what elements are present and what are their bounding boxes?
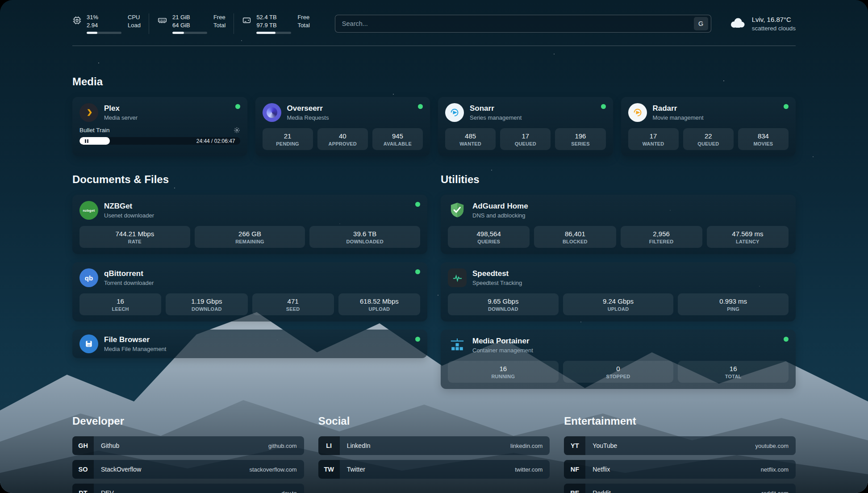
bookmark-abbr: DT	[72, 484, 94, 493]
adguard-icon	[448, 201, 467, 220]
media-section: Media Plex Media server	[72, 75, 796, 156]
playback-time: 24:44 / 02:06:47	[196, 138, 235, 144]
stat-available: 945 AVAILABLE	[372, 128, 423, 150]
now-playing-title: Bullet Train	[79, 127, 110, 134]
adguard-card[interactable]: AdGuard Home DNS and adblocking 498,564 …	[441, 195, 796, 254]
bookmark-abbr: GH	[72, 436, 94, 455]
memory-total-label: Total	[213, 21, 225, 29]
utilities-section: Utilities AdGuard Home	[441, 173, 796, 389]
documents-section: Documents & Files nzbget NZBGet Usenet d…	[72, 173, 427, 358]
app-name: Overseerr	[287, 104, 329, 113]
stat-running: 16 RUNNING	[448, 361, 559, 383]
memory-total-value: 64 GiB	[172, 21, 207, 29]
gear-icon[interactable]	[234, 127, 240, 134]
cpu-load-label: Load	[128, 21, 141, 29]
documents-section-title: Documents & Files	[72, 173, 427, 186]
system-stats: 31% 2.94 CPU Load	[72, 13, 318, 34]
app-name: AdGuard Home	[472, 202, 528, 211]
developer-section-title: Developer	[72, 415, 304, 427]
status-dot	[415, 337, 420, 342]
social-section-title: Social	[318, 415, 550, 427]
plex-card[interactable]: Plex Media server Bullet Train	[72, 97, 247, 156]
bookmark-netflix[interactable]: NF Netflix netflix.com	[564, 460, 796, 479]
stat-queued: 17 QUEUED	[500, 128, 551, 150]
media-section-title: Media	[72, 75, 796, 88]
bookmark-name: Github	[101, 442, 119, 449]
overseerr-card[interactable]: Overseerr Media Requests 21 PENDING 40 A…	[255, 97, 430, 156]
stat-approved: 40 APPROVED	[317, 128, 368, 150]
bookmark-abbr: TW	[318, 460, 340, 479]
bookmark-twitter[interactable]: TW Twitter twitter.com	[318, 460, 550, 479]
memory-progress-bar	[172, 32, 207, 34]
pause-icon[interactable]	[85, 139, 86, 143]
bookmark-dev[interactable]: DT DEV dev.to	[72, 484, 304, 493]
stat-pending: 21 PENDING	[263, 128, 313, 150]
bookmark-abbr: SO	[72, 460, 94, 479]
stat-series: 196 SERIES	[555, 128, 605, 150]
bookmark-url: dev.to	[281, 490, 296, 493]
cpu-widget: 31% 2.94 CPU Load	[72, 13, 149, 34]
sonarr-card[interactable]: Sonarr Series management 485 WANTED 17 Q…	[438, 97, 613, 156]
qbittorrent-icon: qb	[79, 268, 98, 287]
app-subtitle: Torrent downloader	[104, 280, 154, 286]
app-subtitle: DNS and adblocking	[472, 212, 528, 219]
search-bar[interactable]: G	[335, 15, 711, 33]
stat-total: 16 TOTAL	[678, 361, 789, 383]
bookmark-url: github.com	[268, 443, 297, 449]
app-subtitle: Container management	[472, 347, 533, 354]
stat-download: 1.19 Gbps DOWNLOAD	[166, 293, 247, 315]
radarr-card[interactable]: Radarr Movie management 17 WANTED 22 QUE…	[621, 97, 796, 156]
storage-total-value: 97.9 TB	[256, 21, 291, 29]
memory-free-label: Free	[213, 13, 225, 21]
search-engine-button[interactable]: G	[694, 17, 708, 30]
status-dot	[418, 104, 423, 109]
developer-section: Developer GH Github github.com SO StackO…	[72, 415, 304, 493]
playback-progress-bar[interactable]: 24:44 / 02:06:47	[79, 137, 240, 145]
app-subtitle: Usenet downloader	[104, 212, 154, 219]
speedtest-card[interactable]: Speedtest Speedtest Tracking 9.65 Gbps D…	[441, 262, 796, 322]
nzbget-card[interactable]: nzbget NZBGet Usenet downloader 744.21 M…	[72, 195, 427, 254]
snow-particles	[0, 0, 1, 1]
stat-seed: 471 SEED	[252, 293, 334, 315]
app-name: Radarr	[653, 104, 704, 113]
bookmark-stackoverflow[interactable]: SO StackOverflow stackoverflow.com	[72, 460, 304, 479]
stat-rate: 744.21 Mbps RATE	[79, 226, 190, 248]
bookmark-youtube[interactable]: YT YouTube youtube.com	[564, 436, 796, 455]
stat-upload: 618.52 Mbps UPLOAD	[338, 293, 420, 315]
plex-icon	[79, 103, 98, 122]
cpu-progress-bar	[87, 32, 121, 34]
app-name: File Browser	[104, 335, 166, 344]
cpu-load-value: 2.94	[87, 21, 121, 29]
bookmark-name: Netflix	[593, 466, 610, 473]
ram-icon	[157, 16, 167, 27]
cpu-icon	[72, 16, 82, 27]
search-input[interactable]	[342, 20, 694, 27]
app-subtitle: Speedtest Tracking	[472, 280, 522, 286]
stat-latency: 47.569 ms LATENCY	[707, 226, 789, 248]
bookmark-linkedin[interactable]: LI LinkedIn linkedin.com	[318, 436, 550, 455]
stat-movies: 834 MOVIES	[738, 128, 789, 150]
filebrowser-icon	[79, 334, 98, 353]
app-name: Speedtest	[472, 269, 522, 278]
cpu-usage-value: 31%	[87, 13, 121, 21]
app-subtitle: Media Requests	[287, 114, 329, 121]
disk-icon	[242, 16, 251, 27]
app-name: Plex	[104, 104, 138, 113]
bookmark-name: YouTube	[593, 442, 617, 449]
bookmark-github[interactable]: GH Github github.com	[72, 436, 304, 455]
bookmark-abbr: NF	[564, 460, 585, 479]
overseerr-icon	[263, 103, 281, 122]
stat-downloaded: 39.6 TB DOWNLOADED	[309, 226, 420, 248]
bookmark-reddit[interactable]: RE Reddit reddit.com	[564, 484, 796, 493]
top-bar: 31% 2.94 CPU Load	[72, 13, 796, 46]
cloud-icon	[728, 17, 746, 31]
entertainment-section: Entertainment YT YouTube youtube.com NF …	[564, 415, 796, 493]
storage-free-label: Free	[297, 13, 309, 21]
qbittorrent-card[interactable]: qb qBittorrent Torrent downloader 16 LEE…	[72, 262, 427, 322]
storage-widget: 52.4 TB 97.9 TB Free Total	[234, 13, 317, 34]
utilities-section-title: Utilities	[441, 173, 796, 186]
portainer-card[interactable]: Media Portainer Container management 16 …	[441, 330, 796, 389]
filebrowser-card[interactable]: File Browser Media File Management	[72, 330, 427, 358]
dashboard-page: 31% 2.94 CPU Load	[0, 0, 868, 493]
radarr-icon	[628, 103, 647, 122]
